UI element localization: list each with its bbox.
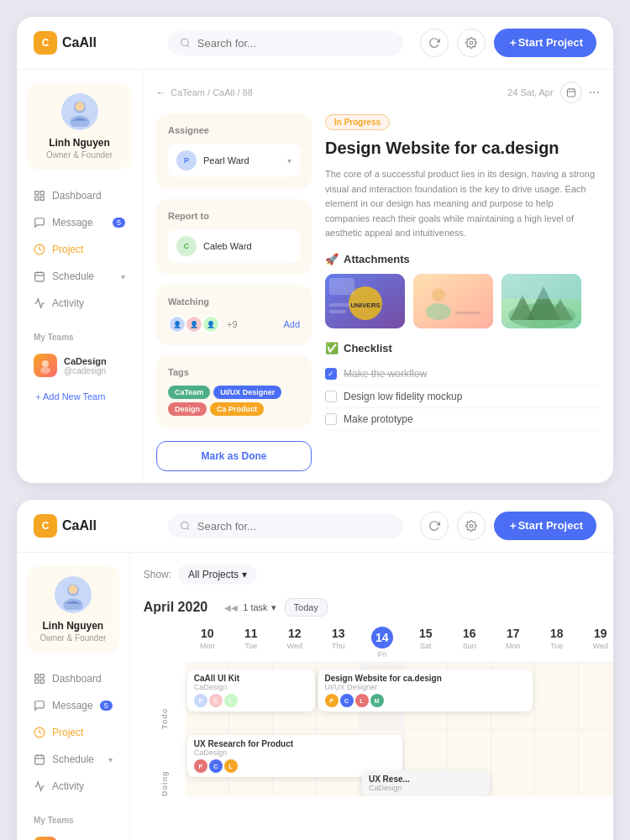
logo-area-2: C CaAll bbox=[34, 514, 151, 538]
checklist-header: ✅ Checklist bbox=[325, 342, 600, 354]
filter-select[interactable]: All Projects ▾ bbox=[178, 564, 257, 585]
svg-point-14 bbox=[42, 360, 49, 367]
svg-point-40 bbox=[63, 599, 82, 611]
checkbox-0[interactable]: ✓ bbox=[325, 368, 337, 380]
sidebar-item-dashboard[interactable]: Dashboard bbox=[27, 183, 132, 208]
watching-section: Watching 👤 👤 👤 +9 Add bbox=[156, 285, 312, 345]
attachment-3[interactable] bbox=[501, 274, 581, 328]
mark-done-button[interactable]: Mark as Done bbox=[156, 441, 312, 471]
task-design-website[interactable]: Design Website for ca.design UI/UX Desig… bbox=[318, 669, 533, 711]
dashboard-icon bbox=[34, 190, 45, 202]
checklist-item-1[interactable]: Design low fidelity mockup bbox=[325, 386, 600, 408]
todo-row: CaAll UI Kit CaDesign P C L Design bbox=[186, 662, 613, 729]
message-label-2: Message bbox=[52, 700, 93, 711]
task-ux-small[interactable]: UX Rese... CaDesign bbox=[362, 770, 490, 796]
filter-chevron: ▾ bbox=[242, 569, 247, 580]
show-label: Show: bbox=[144, 569, 171, 580]
svg-point-3 bbox=[70, 116, 89, 128]
date-19: 19 Wed bbox=[579, 627, 613, 659]
svg-rect-6 bbox=[40, 192, 44, 195]
attachments-label: Attachments bbox=[344, 253, 410, 265]
tags-label: Tags bbox=[168, 367, 300, 377]
schedule-icon bbox=[34, 270, 45, 282]
assignee-section: Assignee P Pearl Ward ▾ bbox=[156, 113, 312, 189]
add-team-button[interactable]: ＋Add New Team bbox=[27, 386, 132, 408]
date-text: 24 Sat, Apr bbox=[507, 87, 553, 97]
sidebar2-item-schedule[interactable]: Schedule ▾ bbox=[27, 747, 119, 772]
task-title: Design Website for ca.design bbox=[325, 137, 600, 159]
search-input-2[interactable] bbox=[197, 520, 391, 533]
search-icon-2 bbox=[180, 520, 191, 532]
task-caall-uikit[interactable]: CaAll UI Kit CaDesign P C L bbox=[187, 669, 315, 711]
add-watcher-button[interactable]: Add bbox=[283, 319, 300, 329]
sidebar-item-project[interactable]: Project bbox=[27, 237, 132, 262]
svg-point-38 bbox=[470, 524, 473, 528]
svg-rect-44 bbox=[35, 680, 39, 683]
refresh-button-2[interactable] bbox=[420, 512, 449, 540]
sidebar2-item-message[interactable]: Message 5 bbox=[27, 693, 119, 718]
task-avatars-website: P C L M bbox=[325, 694, 527, 707]
teams-section: My Teams CaDesign @cadesign ＋Add New Tea… bbox=[27, 333, 132, 408]
team-item-cadesign[interactable]: CaDesign @cadesign bbox=[27, 349, 132, 382]
calendar-icon bbox=[566, 87, 576, 97]
search-bar[interactable] bbox=[168, 31, 403, 55]
task-sub-ux: CaDesign bbox=[194, 748, 396, 757]
task-title-ux: UX Research for Product bbox=[194, 739, 396, 748]
sidebar2-item-dashboard[interactable]: Dashboard bbox=[27, 666, 119, 691]
settings-button-2[interactable] bbox=[457, 512, 486, 540]
view-select[interactable]: 1 task ▾ bbox=[243, 602, 276, 613]
prev-period[interactable]: ◀◀ bbox=[224, 603, 238, 612]
calendar-body: Todo Doing bbox=[144, 662, 613, 796]
settings-button[interactable] bbox=[457, 29, 486, 57]
sidebar2-item-activity[interactable]: Activity bbox=[27, 774, 119, 799]
search-input[interactable] bbox=[197, 37, 391, 50]
user-name: Linh Nguyen bbox=[34, 137, 125, 149]
svg-rect-24 bbox=[329, 303, 350, 307]
svg-point-1 bbox=[470, 41, 473, 45]
assignee-label: Assignee bbox=[168, 125, 300, 135]
team-item-cadesign-2[interactable]: CaDesign @cadesign bbox=[27, 832, 119, 840]
calendar-title: April 2020 bbox=[144, 600, 207, 615]
checkbox-2[interactable] bbox=[325, 413, 337, 425]
user-role-2: Owner & Founder bbox=[34, 633, 113, 643]
assignee-row[interactable]: P Pearl Ward ▾ bbox=[168, 144, 300, 177]
project-label: Project bbox=[52, 244, 83, 255]
topbar: C CaAll ＋Start Project bbox=[17, 17, 613, 70]
checklist-label: Checklist bbox=[344, 342, 392, 354]
checklist-item-0[interactable]: ✓ Make the workflow bbox=[325, 363, 600, 386]
svg-rect-45 bbox=[40, 680, 44, 683]
teams-section-2: My Teams CaDesign @cadesign bbox=[27, 816, 119, 840]
more-options[interactable]: ··· bbox=[589, 85, 600, 100]
checklist-item-2[interactable]: Make prototype bbox=[325, 408, 600, 431]
svg-rect-42 bbox=[35, 675, 39, 678]
reporter-row[interactable]: C Caleb Ward bbox=[168, 229, 300, 263]
start-project-button[interactable]: ＋Start Project bbox=[494, 29, 596, 57]
today-button[interactable]: Today bbox=[285, 598, 328, 617]
start-project-button-2[interactable]: ＋Start Project bbox=[494, 512, 596, 540]
task-title-website: Design Website for ca.design bbox=[325, 674, 527, 683]
calendar-icon-btn[interactable] bbox=[560, 81, 582, 103]
reporter-avatar: C bbox=[176, 236, 197, 256]
project-icon-2 bbox=[34, 727, 45, 738]
sidebar-item-message[interactable]: Message 5 bbox=[27, 210, 132, 235]
svg-rect-5 bbox=[35, 192, 39, 195]
sidebar2-item-project[interactable]: Project bbox=[27, 720, 119, 745]
svg-point-37 bbox=[181, 522, 189, 529]
report-label: Report to bbox=[168, 211, 300, 221]
checklist-label-1: Design low fidelity mockup bbox=[344, 391, 462, 402]
attachment-1[interactable]: UNIVERS bbox=[325, 274, 405, 328]
svg-rect-10 bbox=[35, 272, 45, 281]
back-button[interactable]: ← bbox=[156, 87, 165, 97]
search-icon bbox=[180, 37, 191, 49]
user-card: Linh Nguyen Owner & Founder bbox=[27, 83, 132, 170]
attachment-2[interactable] bbox=[413, 274, 493, 328]
checkbox-1[interactable] bbox=[325, 391, 337, 402]
gear-icon bbox=[465, 37, 477, 49]
sidebar-item-activity[interactable]: Activity bbox=[27, 291, 132, 316]
search-bar-2[interactable] bbox=[168, 514, 403, 538]
main-layout: Linh Nguyen Owner & Founder Dashboard Me… bbox=[17, 70, 613, 483]
refresh-button[interactable] bbox=[420, 29, 449, 57]
schedule-chevron: ▾ bbox=[121, 272, 125, 281]
sidebar-item-schedule[interactable]: Schedule ▾ bbox=[27, 264, 132, 289]
watcher-1: 👤 bbox=[168, 315, 186, 333]
